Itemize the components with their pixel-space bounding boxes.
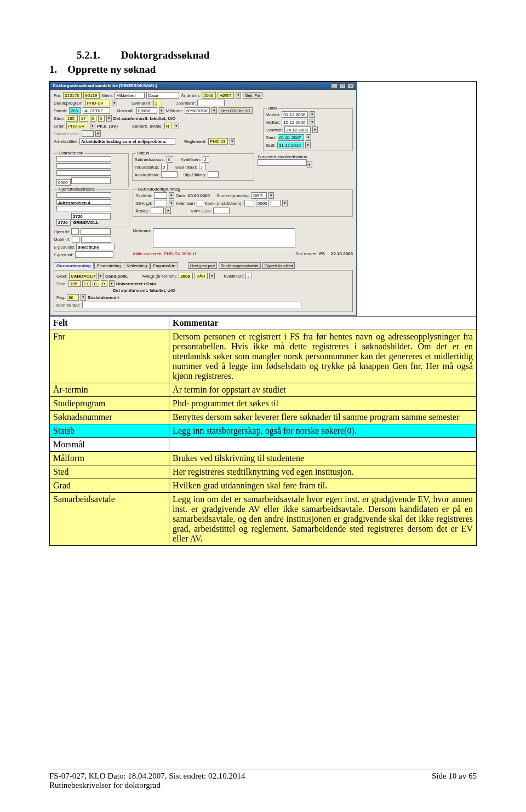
gu-fag-code[interactable]: 86	[67, 294, 79, 301]
opprett-kandidat-button[interactable]: Opprett kandidat	[262, 262, 295, 269]
chevron-down-icon[interactable]: ▾	[211, 107, 217, 114]
gu-sted-2[interactable]: 17	[82, 280, 91, 287]
chevron-down-icon[interactable]: ▾	[159, 107, 164, 114]
gskgrl-input[interactable]	[154, 200, 167, 206]
gu-sted-4[interactable]: 0	[101, 280, 107, 287]
tab-veiledning[interactable]: Veiledning	[124, 262, 150, 269]
mobil-cc[interactable]	[72, 236, 79, 243]
sted-input-2[interactable]: 17	[79, 115, 88, 122]
vnnrgsk-input[interactable]	[213, 208, 230, 214]
vedtak-input[interactable]: 15.12.2006	[282, 119, 308, 125]
start-input[interactable]: 01.01.2007	[278, 134, 304, 141]
slutt-input[interactable]: 31.12.2010	[277, 142, 304, 148]
konkl-ar-input[interactable]: 0000	[256, 200, 269, 206]
chevron-down-icon[interactable]: ▾	[106, 115, 112, 122]
konkl-term-input[interactable]	[271, 200, 281, 206]
chevron-down-icon[interactable]: ▾	[90, 123, 95, 129]
chevron-down-icon[interactable]: ▾	[312, 126, 318, 133]
close-icon[interactable]: ×	[347, 83, 354, 89]
chevron-down-icon[interactable]: ▾	[81, 294, 86, 301]
malform-input[interactable]: NYNORSK	[185, 107, 210, 114]
chevron-down-icon[interactable]: ▾	[236, 92, 241, 99]
hjemsted-line[interactable]	[56, 192, 111, 198]
arbeidstittel-input[interactable]: Arbeidstitteltesting som et miljøproblem…	[79, 138, 175, 145]
termin-input[interactable]: HØST	[218, 92, 234, 99]
gsk-kvalifisert-input[interactable]	[197, 200, 203, 206]
skolebk-input[interactable]	[154, 192, 167, 199]
chevron-down-icon[interactable]: ▾	[230, 138, 235, 145]
reglement-input[interactable]: PHD-03	[208, 138, 228, 145]
chevron-down-icon[interactable]: ▾	[112, 100, 117, 106]
gen-fnr-button[interactable]: Gen. Fnr	[243, 92, 262, 99]
morsmal-input[interactable]: FINSK	[136, 107, 157, 114]
chevron-down-icon[interactable]: ▾	[209, 273, 215, 279]
chevron-down-icon[interactable]: ▾	[268, 192, 274, 199]
konkl-inst-input[interactable]	[244, 200, 254, 206]
gu-kvalifisert-input[interactable]: J	[245, 273, 252, 279]
navn-input-1[interactable]: Mikkelsen	[115, 92, 145, 99]
fnr-input-1[interactable]: 015176	[63, 92, 82, 99]
hjemtlf-cc[interactable]	[71, 228, 79, 235]
hjemtlf-input[interactable]	[81, 228, 111, 235]
chevron-down-icon[interactable]: ▾	[282, 200, 288, 206]
grad-input[interactable]: PHD-SV	[66, 123, 88, 129]
arslag-input[interactable]	[151, 208, 164, 214]
mottatt-input[interactable]: 01.12.2006	[282, 111, 308, 118]
hent-gradprot-button[interactable]: Hent grad.prot	[188, 262, 217, 269]
soknadstatus-input[interactable]: 0	[167, 156, 173, 163]
svaradresse-city[interactable]	[71, 177, 111, 184]
svaradresse-line[interactable]	[56, 156, 111, 162]
statsb-text-input[interactable]: ALGERIE	[83, 107, 110, 114]
sted-input-1[interactable]: 185	[66, 115, 78, 122]
tab-grunnutdanning[interactable]: Grunnutdanning	[54, 262, 94, 269]
gu-kommentar-input[interactable]	[82, 302, 301, 308]
maximize-icon[interactable]: □	[339, 83, 346, 89]
tab-finansiering[interactable]: Finansiering	[94, 262, 124, 269]
hjemsted-adresse[interactable]: Adresseveien 4	[56, 199, 111, 205]
chevron-down-icon[interactable]: ▾	[165, 208, 171, 214]
kvalifisert-input[interactable]: J	[203, 156, 209, 163]
tilbudstatus-input[interactable]: 0	[161, 164, 168, 170]
chevron-down-icon[interactable]: ▾	[98, 273, 104, 279]
chevron-down-icon[interactable]: ▾	[306, 134, 311, 141]
gu-avlagt-term[interactable]: VÅR	[195, 273, 208, 279]
chevron-down-icon[interactable]: ▾	[169, 192, 174, 199]
sted-input-3[interactable]: 0	[90, 115, 96, 122]
tab-fagomrade[interactable]: Fagområde	[150, 262, 178, 269]
ar-input[interactable]: 2006	[202, 92, 216, 99]
soknadnr-input[interactable]: 1	[153, 100, 162, 106]
stipstilling-input[interactable]	[208, 171, 219, 178]
fnr-input-2[interactable]: 90119	[83, 92, 100, 99]
sted-input-4[interactable]: 0	[98, 115, 105, 122]
chevron-down-icon[interactable]: ▾	[307, 162, 312, 168]
journalnr-input[interactable]	[197, 100, 225, 106]
gu-avlagt-ar[interactable]: 2006	[179, 273, 193, 279]
svarfrist-input[interactable]: 24.12.2006	[284, 126, 311, 133]
gu-grad-input[interactable]: CANDPOLIT	[69, 273, 96, 279]
chevron-down-icon[interactable]: ▾	[305, 142, 311, 148]
epostint-input[interactable]	[75, 251, 113, 258]
chevron-down-icon[interactable]: ▾	[169, 200, 174, 206]
statsb-code-input[interactable]: 203	[69, 107, 81, 114]
chevron-down-icon[interactable]: ▾	[109, 280, 115, 287]
svartilbud-input[interactable]: J	[199, 164, 205, 170]
svaradresse-line[interactable]	[56, 163, 111, 169]
minimize-icon[interactable]: _	[331, 83, 338, 89]
chevron-down-icon[interactable]: ▾	[174, 123, 179, 129]
studieprogram-input[interactable]: PHD-SV	[85, 100, 110, 106]
hjemsted-line[interactable]	[56, 206, 111, 211]
hjemsted-postnr[interactable]: 2720	[56, 219, 71, 226]
chevron-down-icon[interactable]: ▾	[310, 119, 315, 125]
svaradresse-code[interactable]: 0000	[56, 179, 71, 186]
gu-sted-1[interactable]: 185	[68, 280, 81, 287]
merknad-input[interactable]	[153, 228, 295, 248]
hjemsted-poststed[interactable]: 2720 GRINDVOLL	[71, 213, 111, 220]
epostekst-input[interactable]: dm@tit.no	[76, 244, 115, 250]
gu-sted-3[interactable]: 0	[93, 280, 99, 287]
chevron-down-icon[interactable]: ▾	[310, 111, 315, 118]
studgrunn-input[interactable]: DRG	[251, 192, 267, 199]
mobil-input[interactable]	[81, 236, 111, 243]
svaradresse-line[interactable]	[56, 170, 111, 176]
samarb-input[interactable]: N	[164, 123, 172, 129]
hent-gsk-button[interactable]: Hent GSK fra SO	[219, 107, 253, 114]
